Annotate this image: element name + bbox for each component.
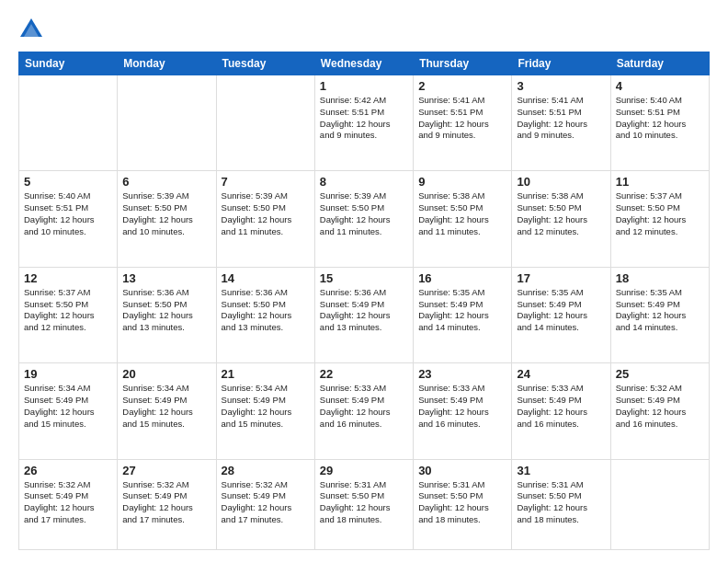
cell-content: Sunrise: 5:40 AMSunset: 5:51 PMDaylight:… [616,95,704,142]
calendar-day-header: Tuesday [216,52,314,75]
day-number: 17 [517,271,605,285]
cell-content: Sunrise: 5:35 AMSunset: 5:49 PMDaylight:… [418,287,506,334]
calendar-cell: 27Sunrise: 5:32 AMSunset: 5:49 PMDayligh… [118,459,216,549]
day-number: 30 [418,464,506,477]
cell-content: Sunrise: 5:34 AMSunset: 5:49 PMDaylight:… [24,383,112,430]
cell-content: Sunrise: 5:37 AMSunset: 5:50 PMDaylight:… [616,190,704,237]
cell-content: Sunrise: 5:31 AMSunset: 5:50 PMDaylight:… [320,479,408,526]
day-number: 12 [24,271,112,285]
day-number: 13 [122,271,210,285]
calendar-cell: 20Sunrise: 5:34 AMSunset: 5:49 PMDayligh… [118,363,216,459]
calendar-cell: 2Sunrise: 5:41 AMSunset: 5:51 PMDaylight… [414,75,512,171]
day-number: 21 [222,367,310,381]
day-number: 19 [24,367,112,381]
calendar-day-header: Friday [512,52,610,75]
cell-content: Sunrise: 5:39 AMSunset: 5:50 PMDaylight:… [222,190,310,237]
calendar-cell [216,75,314,171]
day-number: 8 [320,175,408,189]
cell-content: Sunrise: 5:34 AMSunset: 5:49 PMDaylight:… [122,383,210,430]
day-number: 6 [122,175,210,189]
day-number: 11 [616,175,704,189]
calendar-cell [19,75,118,171]
day-number: 15 [320,271,408,285]
calendar-day-header: Saturday [610,52,709,75]
calendar-week-row: 12Sunrise: 5:37 AMSunset: 5:50 PMDayligh… [19,267,710,362]
cell-content: Sunrise: 5:38 AMSunset: 5:50 PMDaylight:… [517,190,605,237]
day-number: 14 [222,271,310,285]
calendar-cell: 24Sunrise: 5:33 AMSunset: 5:49 PMDayligh… [512,363,610,459]
calendar-table: SundayMondayTuesdayWednesdayThursdayFrid… [18,52,710,550]
day-number: 27 [122,464,210,477]
day-number: 18 [616,271,704,285]
calendar-cell [118,75,216,171]
calendar-header-row: SundayMondayTuesdayWednesdayThursdayFrid… [19,52,710,75]
calendar-cell: 13Sunrise: 5:36 AMSunset: 5:50 PMDayligh… [118,267,216,362]
calendar-cell: 23Sunrise: 5:33 AMSunset: 5:49 PMDayligh… [414,363,512,459]
day-number: 22 [320,367,408,381]
day-number: 29 [320,464,408,477]
day-number: 25 [616,367,704,381]
day-number: 16 [418,271,506,285]
calendar-day-header: Sunday [19,52,118,75]
cell-content: Sunrise: 5:34 AMSunset: 5:49 PMDaylight:… [222,383,310,430]
calendar-cell: 10Sunrise: 5:38 AMSunset: 5:50 PMDayligh… [512,171,610,267]
calendar-day-header: Monday [118,52,216,75]
day-number: 9 [418,175,506,189]
calendar-cell: 30Sunrise: 5:31 AMSunset: 5:50 PMDayligh… [414,459,512,549]
day-number: 4 [616,79,704,93]
day-number: 10 [517,175,605,189]
cell-content: Sunrise: 5:42 AMSunset: 5:51 PMDaylight:… [320,95,408,142]
calendar-cell: 26Sunrise: 5:32 AMSunset: 5:49 PMDayligh… [19,459,118,549]
calendar-cell: 7Sunrise: 5:39 AMSunset: 5:50 PMDaylight… [216,171,314,267]
cell-content: Sunrise: 5:37 AMSunset: 5:50 PMDaylight:… [24,287,112,334]
calendar-cell: 3Sunrise: 5:41 AMSunset: 5:51 PMDaylight… [512,75,610,171]
cell-content: Sunrise: 5:36 AMSunset: 5:50 PMDaylight:… [122,287,210,334]
calendar-cell: 28Sunrise: 5:32 AMSunset: 5:49 PMDayligh… [216,459,314,549]
calendar-cell: 9Sunrise: 5:38 AMSunset: 5:50 PMDaylight… [414,171,512,267]
calendar-cell: 21Sunrise: 5:34 AMSunset: 5:49 PMDayligh… [216,363,314,459]
cell-content: Sunrise: 5:32 AMSunset: 5:49 PMDaylight:… [616,383,704,430]
calendar-cell: 18Sunrise: 5:35 AMSunset: 5:49 PMDayligh… [610,267,709,362]
calendar-cell: 8Sunrise: 5:39 AMSunset: 5:50 PMDaylight… [314,171,413,267]
page: SundayMondayTuesdayWednesdayThursdayFrid… [0,0,728,563]
day-number: 5 [24,175,112,189]
calendar-cell: 22Sunrise: 5:33 AMSunset: 5:49 PMDayligh… [314,363,413,459]
day-number: 26 [24,464,112,477]
cell-content: Sunrise: 5:33 AMSunset: 5:49 PMDaylight:… [320,383,408,430]
logo [18,17,50,42]
cell-content: Sunrise: 5:35 AMSunset: 5:49 PMDaylight:… [517,287,605,334]
calendar-cell: 14Sunrise: 5:36 AMSunset: 5:50 PMDayligh… [216,267,314,362]
calendar-cell: 5Sunrise: 5:40 AMSunset: 5:51 PMDaylight… [19,171,118,267]
calendar-week-row: 19Sunrise: 5:34 AMSunset: 5:49 PMDayligh… [19,363,710,459]
calendar-cell: 12Sunrise: 5:37 AMSunset: 5:50 PMDayligh… [19,267,118,362]
header [18,17,710,42]
calendar-cell: 31Sunrise: 5:31 AMSunset: 5:50 PMDayligh… [512,459,610,549]
cell-content: Sunrise: 5:33 AMSunset: 5:49 PMDaylight:… [418,383,506,430]
cell-content: Sunrise: 5:39 AMSunset: 5:50 PMDaylight:… [320,190,408,237]
day-number: 1 [320,79,408,93]
calendar-cell [610,459,709,549]
day-number: 31 [517,464,605,477]
calendar-day-header: Thursday [414,52,512,75]
day-number: 28 [222,464,310,477]
calendar-cell: 16Sunrise: 5:35 AMSunset: 5:49 PMDayligh… [414,267,512,362]
cell-content: Sunrise: 5:40 AMSunset: 5:51 PMDaylight:… [24,190,112,237]
calendar-week-row: 26Sunrise: 5:32 AMSunset: 5:49 PMDayligh… [19,459,710,549]
calendar-week-row: 5Sunrise: 5:40 AMSunset: 5:51 PMDaylight… [19,171,710,267]
calendar-cell: 25Sunrise: 5:32 AMSunset: 5:49 PMDayligh… [610,363,709,459]
calendar-cell: 19Sunrise: 5:34 AMSunset: 5:49 PMDayligh… [19,363,118,459]
cell-content: Sunrise: 5:31 AMSunset: 5:50 PMDaylight:… [517,479,605,526]
day-number: 2 [418,79,506,93]
day-number: 23 [418,367,506,381]
calendar-cell: 15Sunrise: 5:36 AMSunset: 5:49 PMDayligh… [314,267,413,362]
cell-content: Sunrise: 5:38 AMSunset: 5:50 PMDaylight:… [418,190,506,237]
calendar-cell: 1Sunrise: 5:42 AMSunset: 5:51 PMDaylight… [314,75,413,171]
calendar-cell: 29Sunrise: 5:31 AMSunset: 5:50 PMDayligh… [314,459,413,549]
cell-content: Sunrise: 5:35 AMSunset: 5:49 PMDaylight:… [616,287,704,334]
day-number: 24 [517,367,605,381]
logo-icon [18,17,44,42]
day-number: 7 [222,175,310,189]
cell-content: Sunrise: 5:32 AMSunset: 5:49 PMDaylight:… [122,479,210,526]
day-number: 20 [122,367,210,381]
calendar-cell: 17Sunrise: 5:35 AMSunset: 5:49 PMDayligh… [512,267,610,362]
